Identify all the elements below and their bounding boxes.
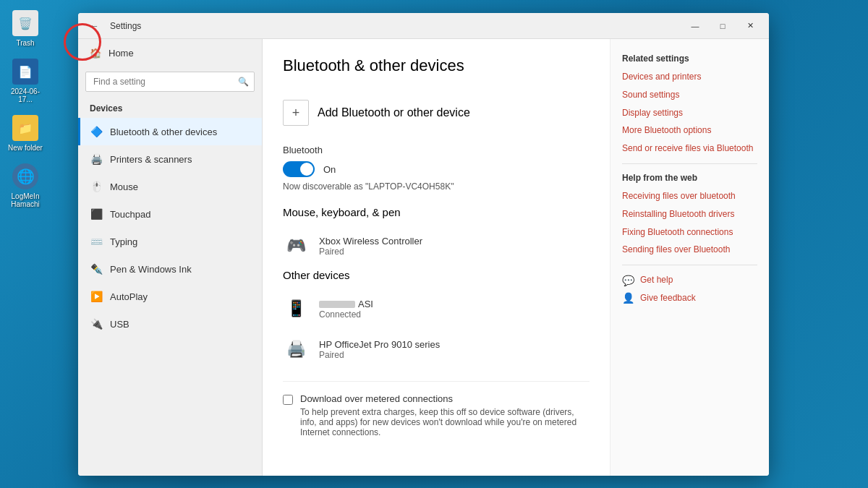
trash-label: Trash [16, 39, 34, 47]
metered-checkbox-row: Download over metered connections To hel… [283, 381, 590, 437]
desktop-icons: 🗑️ Trash 📄 2024-06-17... 📁 New folder 🌐 … [0, 0, 51, 488]
search-icon: 🔍 [238, 77, 249, 87]
device-item-xbox: 🎮 Xbox Wireless Controller Paired [283, 228, 590, 263]
checkbox-label: Download over metered connections [300, 393, 590, 404]
give-feedback-item: 👤 Give feedback [622, 292, 757, 304]
back-button[interactable]: ← [84, 16, 104, 36]
printer-device-icon: 🖨️ [283, 336, 309, 362]
checkbox-text: Download over metered connections To hel… [300, 393, 590, 437]
right-panel: Related settings Devices and printers So… [610, 39, 769, 476]
pen-icon: ✒️ [90, 262, 103, 275]
maximize-button[interactable]: □ [710, 16, 736, 36]
sidebar-item-autoplay[interactable]: ▶️ AutoPlay [78, 283, 262, 310]
hp-name: HP OfficeJet Pro 9010 series [319, 339, 440, 350]
usb-icon: 🔌 [90, 317, 103, 330]
main-content: Bluetooth & other devices + Add Bluetoot… [263, 39, 610, 476]
bluetooth-section-label: Bluetooth [283, 145, 590, 155]
touchpad-icon: ⬛ [90, 207, 103, 221]
sidebar-item-mouse[interactable]: 🖱️ Mouse [78, 173, 262, 200]
related-settings-title: Related settings [622, 53, 757, 64]
rp-divider-1 [622, 163, 757, 164]
link-sound-settings[interactable]: Sound settings [622, 89, 757, 101]
close-button[interactable]: ✕ [737, 16, 763, 36]
sidebar-item-printers[interactable]: 🖨️ Printers & scanners [78, 145, 262, 173]
help-web-title: Help from the web [622, 173, 757, 183]
trash-icon[interactable]: 🗑️ Trash [4, 7, 47, 50]
home-icon: 🏠 [90, 48, 101, 59]
settings-window: ← Settings — □ ✕ 🏠 Home 🔍 D [78, 13, 769, 476]
sidebar-section-label: Devices [78, 96, 262, 118]
sidebar-touchpad-label: Touchpad [110, 209, 150, 220]
bluetooth-toggle[interactable] [283, 161, 315, 177]
mk-section-title: Mouse, keyboard, & pen [283, 206, 590, 218]
logmein-icon[interactable]: 🌐 LogMeIn Hamachi [4, 160, 47, 211]
phone-icon: 📱 [283, 296, 309, 322]
title-bar-left: ← Settings [84, 16, 141, 36]
link-more-bluetooth[interactable]: More Bluetooth options [622, 124, 757, 137]
title-bar: ← Settings — □ ✕ [78, 13, 769, 39]
add-device-label: Add Bluetooth or other device [318, 106, 470, 119]
device-item-hp: 🖨️ HP OfficeJet Pro 9010 series Paired [283, 332, 590, 367]
link-display-settings[interactable]: Display settings [622, 107, 757, 119]
xbox-status: Paired [319, 247, 422, 257]
sidebar-bluetooth-label: Bluetooth & other devices [110, 127, 217, 137]
autoplay-icon: ▶️ [90, 290, 103, 303]
metered-checkbox[interactable] [283, 395, 293, 405]
sidebar-item-touchpad[interactable]: ⬛ Touchpad [78, 200, 262, 228]
link-devices-printers[interactable]: Devices and printers [622, 71, 757, 83]
file-icon[interactable]: 📄 2024-06-17... [4, 56, 47, 106]
home-label: Home [109, 48, 134, 59]
link-receiving-files[interactable]: Receiving files over bluetooth [622, 190, 757, 202]
checkbox-desc: To help prevent extra charges, keep this… [300, 407, 590, 437]
xbox-info: Xbox Wireless Controller Paired [319, 236, 422, 257]
hp-info: HP OfficeJet Pro 9010 series Paired [319, 339, 440, 360]
sidebar-typing-label: Typing [110, 236, 137, 247]
search-bar: 🔍 [85, 72, 255, 92]
sidebar-home[interactable]: 🏠 Home [78, 39, 262, 67]
asi-name: ASI [319, 299, 373, 309]
window-content: 🏠 Home 🔍 Devices 🔷 Bluetooth & other dev… [78, 39, 769, 476]
sidebar-mouse-label: Mouse [110, 181, 138, 192]
trash-icon-img: 🗑️ [12, 10, 38, 36]
window-title: Settings [110, 21, 141, 31]
sidebar: 🏠 Home 🔍 Devices 🔷 Bluetooth & other dev… [78, 39, 263, 476]
link-reinstalling[interactable]: Reinstalling Bluetooth drivers [622, 208, 757, 221]
sidebar-printers-label: Printers & scanners [110, 154, 192, 165]
sidebar-pen-label: Pen & Windows Ink [110, 264, 192, 275]
new-folder-icon[interactable]: 📁 New folder [4, 112, 47, 155]
link-fixing[interactable]: Fixing Bluetooth connections [622, 226, 757, 239]
discoverable-text: Now discoverable as "LAPTOP-VC4OH58K" [283, 181, 590, 192]
xbox-name: Xbox Wireless Controller [319, 236, 422, 247]
mouse-icon: 🖱️ [90, 180, 103, 193]
sidebar-autoplay-label: AutoPlay [110, 291, 148, 302]
link-send-receive[interactable]: Send or receive files via Bluetooth [622, 142, 757, 155]
sidebar-item-pen[interactable]: ✒️ Pen & Windows Ink [78, 255, 262, 283]
link-sending-files[interactable]: Sending files over Bluetooth [622, 244, 757, 256]
link-give-feedback[interactable]: Give feedback [640, 292, 696, 304]
asi-info: ASI Connected [319, 299, 373, 320]
minimize-button[interactable]: — [682, 16, 708, 36]
sidebar-usb-label: USB [110, 319, 129, 330]
desktop: 🗑️ Trash 📄 2024-06-17... 📁 New folder 🌐 … [0, 0, 868, 488]
toggle-status: On [323, 164, 336, 175]
add-icon: + [283, 100, 309, 126]
folder-label: New folder [8, 144, 43, 152]
logmein-icon-img: 🌐 [12, 163, 38, 189]
sidebar-item-bluetooth[interactable]: 🔷 Bluetooth & other devices [78, 118, 262, 145]
page-title: Bluetooth & other devices [283, 56, 590, 75]
sidebar-item-typing[interactable]: ⌨️ Typing [78, 228, 262, 255]
rp-divider-2 [622, 265, 757, 265]
link-get-help[interactable]: Get help [640, 274, 673, 286]
sidebar-item-usb[interactable]: 🔌 USB [78, 310, 262, 338]
file-icon-img: 📄 [12, 59, 38, 85]
folder-icon-img: 📁 [12, 115, 38, 141]
toggle-row: On [283, 161, 590, 177]
asi-status: Connected [319, 309, 373, 320]
other-devices-title: Other devices [283, 269, 590, 281]
typing-icon: ⌨️ [90, 235, 103, 248]
logmein-label: LogMeIn Hamachi [7, 192, 44, 208]
add-device-button[interactable]: + Add Bluetooth or other device [283, 93, 590, 133]
window-controls: — □ ✕ [682, 16, 763, 36]
hp-status: Paired [319, 350, 440, 360]
search-input[interactable] [85, 72, 255, 92]
